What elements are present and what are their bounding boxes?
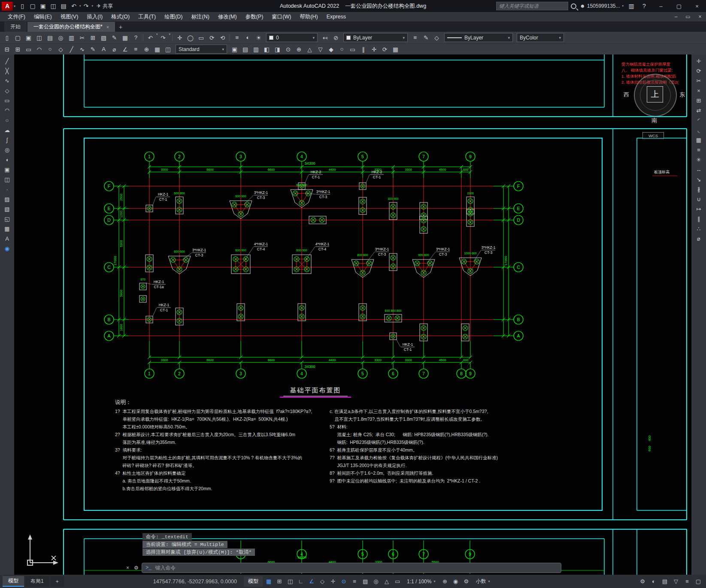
layout1-tab[interactable]: 布局1 [25, 576, 49, 587]
annotation-visibility-icon[interactable]: ⊕ [439, 576, 450, 587]
menu-工具T[interactable]: 工具(T) [134, 12, 160, 21]
workspace-switch-gear-icon[interactable]: ⚙ [637, 576, 648, 587]
publish-icon[interactable]: ▥ [66, 33, 77, 42]
menu-修改M[interactable]: 修改(M) [214, 12, 241, 21]
redo-icon[interactable]: ↷ [81, 1, 91, 11]
share-button[interactable]: ✈ 共享 [97, 3, 113, 10]
layer-control[interactable]: 0 ▾ [266, 33, 318, 42]
match-properties-icon[interactable]: ✎ [109, 33, 120, 42]
command-input-bar[interactable]: >_ [142, 563, 561, 573]
save-icon[interactable]: ▣ [38, 1, 48, 11]
fillet-icon[interactable]: ◜ [693, 116, 704, 125]
model-space-canvas[interactable]: 1122334455677899FFEEDDCCBBAA330066006600… [14, 54, 691, 575]
paste-icon[interactable]: ▨ [98, 33, 109, 42]
spline-tool-icon[interactable]: ∿ [77, 44, 88, 54]
model-tab[interactable]: 模型 [3, 576, 24, 587]
line-tool-icon[interactable]: ╱ [66, 44, 77, 54]
plot-preview-icon[interactable]: ◎ [55, 33, 66, 42]
stretch-icon[interactable]: ↔ [693, 165, 704, 174]
break-icon[interactable]: ∦ [693, 185, 704, 194]
revcloud-icon[interactable]: ☁ [2, 126, 13, 135]
menu-格式O[interactable]: 格式(O) [107, 12, 134, 21]
menu-文件F[interactable]: 文件(F) [3, 12, 30, 21]
help-icon[interactable]: ? [639, 1, 649, 11]
aligned-dim-icon[interactable]: ▤ [240, 44, 251, 54]
array-icon[interactable]: ▦ [693, 136, 704, 145]
circle-mark-icon[interactable]: ○ [336, 44, 347, 54]
chevron-down-icon[interactable]: ▾ [169, 33, 171, 42]
minimize-button[interactable]: – [652, 0, 670, 12]
mtext-icon[interactable]: A [2, 234, 13, 243]
snap-icon[interactable]: ⊞ [274, 576, 285, 587]
hatch-icon[interactable]: ▨ [2, 195, 13, 204]
divide-icon[interactable]: ∴ [693, 224, 704, 233]
cart-icon[interactable]: ▥ [626, 1, 636, 11]
lengthen-icon[interactable]: ↦ [693, 205, 704, 214]
zoom-realtime-icon[interactable]: ◯ [185, 33, 196, 42]
rotate-icon[interactable]: ⟳ [693, 66, 704, 75]
menu-编辑E[interactable]: 编辑(E) [30, 12, 56, 21]
polygon-tool-icon[interactable]: ◇ [55, 44, 66, 54]
new-layout-button[interactable]: + [50, 576, 64, 587]
graphics-performance-icon[interactable]: ▤ [660, 576, 670, 587]
cad-drawing[interactable]: 1122334455677899FFEEDDCCBBAA330066006600… [14, 54, 691, 575]
explode-icon[interactable]: ✳ [693, 155, 704, 164]
ortho-icon[interactable]: ∟ [296, 576, 306, 587]
arrow-style-icon[interactable]: ▽ [315, 44, 326, 54]
gradient-icon[interactable]: ▧ [2, 205, 13, 214]
table-icon[interactable]: ▦ [2, 224, 13, 233]
chevron-down-icon[interactable]: ▾ [92, 4, 94, 8]
qnew-icon[interactable]: ▯ [2, 33, 12, 42]
radius-dim-icon[interactable]: ▥ [251, 44, 261, 54]
linetype-control[interactable]: ByLayer ▾ [444, 33, 513, 42]
spline-icon[interactable]: ∫ [2, 136, 13, 145]
search-input[interactable] [496, 2, 568, 10]
rect-mark-icon[interactable]: ▭ [347, 44, 358, 54]
orbit-icon[interactable]: ⟳ [206, 33, 217, 42]
move-tool-icon[interactable]: ✛ [369, 44, 379, 54]
compass-west[interactable]: 西 [624, 91, 629, 99]
center-mark-icon[interactable]: ⊕ [141, 44, 152, 54]
continue-dim-icon[interactable]: ◨ [272, 44, 283, 54]
plot-style-control[interactable]: ByColor ▾ [517, 33, 564, 42]
trim-icon[interactable]: ✂ [693, 76, 704, 85]
polyline-icon[interactable]: ∿ [2, 76, 13, 85]
datum-icon[interactable]: △ [304, 44, 315, 54]
open-icon[interactable]: ▢ [27, 1, 38, 11]
make-block-icon[interactable]: ◫ [2, 175, 13, 184]
erase-icon[interactable]: × [693, 86, 704, 95]
center-dim-icon[interactable]: ⊙ [283, 44, 294, 54]
circle-tool-icon[interactable]: ○ [45, 44, 55, 54]
dynamic-ucs-icon[interactable]: △ [382, 576, 392, 587]
dynamic-input-icon[interactable]: ▭ [392, 576, 403, 587]
workspace-icon[interactable]: ⊟ [2, 44, 12, 54]
layer-states-icon[interactable]: ◐ [242, 33, 253, 42]
tolerance-icon[interactable]: ⊕ [294, 44, 304, 54]
saveas-icon[interactable]: ◫ [34, 33, 45, 42]
qnew-icon[interactable]: ▯ [17, 1, 27, 11]
diameter-dim-icon[interactable]: ⌀ [109, 44, 120, 54]
compass-up[interactable]: 上 [647, 86, 663, 103]
point-style-icon[interactable]: ◉ [2, 244, 13, 253]
compass-south[interactable]: 南 [651, 117, 657, 124]
xline-icon[interactable]: ╳ [2, 66, 13, 75]
baseline-dim-icon[interactable]: ◧ [261, 44, 272, 54]
isolate-objects-icon[interactable]: ◐ [648, 576, 659, 587]
move-icon[interactable]: ✛ [693, 57, 704, 66]
save-icon[interactable]: ▣ [23, 33, 34, 42]
match-layer-icon[interactable]: ✎ [421, 33, 431, 42]
app-logo-icon[interactable]: A [2, 2, 13, 11]
doc-close-button[interactable]: × [694, 14, 706, 20]
lineweight-icon[interactable]: ≡ [349, 576, 360, 587]
mirror-icon[interactable]: ⇄ [693, 106, 704, 115]
clean-screen-icon[interactable]: ▢ [693, 576, 703, 587]
menu-绘图D[interactable]: 绘图(D) [160, 12, 187, 21]
compass-east[interactable]: 东 [679, 91, 685, 99]
autoscale-icon[interactable]: ◉ [450, 576, 461, 587]
ellipse-arc-icon[interactable]: ◖ [2, 155, 13, 164]
layer-properties-icon[interactable]: ≡ [232, 33, 242, 42]
ucs-icon[interactable]: ⊞ [12, 44, 23, 54]
circle-icon[interactable]: ○ [2, 116, 13, 125]
edit-text-icon[interactable]: ✎ [88, 44, 98, 54]
menu-帮助H[interactable]: 帮助(H) [295, 12, 322, 21]
